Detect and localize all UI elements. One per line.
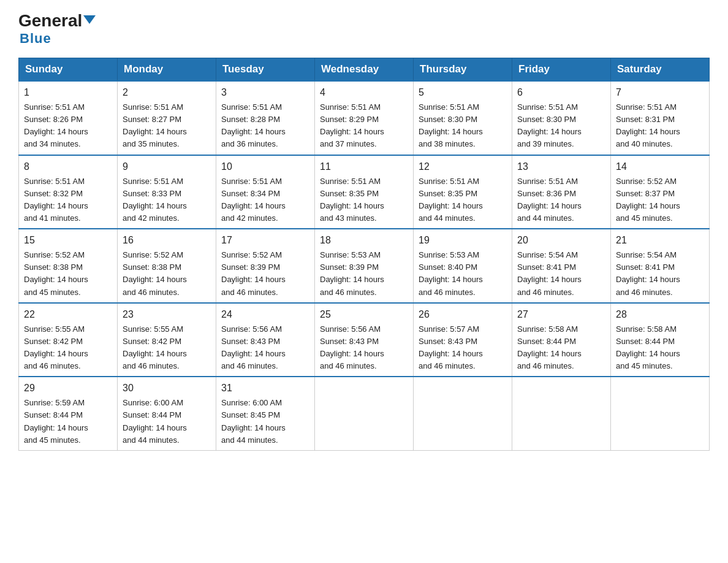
- day-number: 25: [320, 307, 408, 322]
- calendar-cell: 23Sunrise: 5:55 AMSunset: 8:42 PMDayligh…: [118, 303, 216, 377]
- day-number: 18: [320, 233, 408, 248]
- header-friday: Friday: [512, 58, 611, 82]
- calendar-cell: [611, 377, 710, 450]
- day-info: Sunrise: 5:52 AMSunset: 8:39 PMDaylight:…: [221, 249, 309, 299]
- day-info: Sunrise: 5:51 AMSunset: 8:28 PMDaylight:…: [221, 101, 309, 151]
- calendar-cell: 16Sunrise: 5:52 AMSunset: 8:38 PMDayligh…: [118, 229, 216, 303]
- header-sunday: Sunday: [19, 58, 118, 82]
- calendar-cell: 5Sunrise: 5:51 AMSunset: 8:30 PMDaylight…: [414, 81, 512, 155]
- day-number: 10: [221, 159, 309, 174]
- logo-triangle-icon: [83, 15, 96, 24]
- day-number: 15: [24, 233, 112, 248]
- day-info: Sunrise: 5:51 AMSunset: 8:30 PMDaylight:…: [517, 101, 605, 151]
- calendar-cell: 24Sunrise: 5:56 AMSunset: 8:43 PMDayligh…: [216, 303, 315, 377]
- day-info: Sunrise: 5:51 AMSunset: 8:36 PMDaylight:…: [517, 175, 605, 225]
- day-info: Sunrise: 5:53 AMSunset: 8:40 PMDaylight:…: [419, 249, 507, 299]
- week-row-3: 15Sunrise: 5:52 AMSunset: 8:38 PMDayligh…: [19, 229, 710, 303]
- calendar-cell: 4Sunrise: 5:51 AMSunset: 8:29 PMDaylight…: [315, 81, 414, 155]
- day-info: Sunrise: 6:00 AMSunset: 8:44 PMDaylight:…: [123, 397, 211, 446]
- day-number: 5: [419, 85, 507, 100]
- header-thursday: Thursday: [414, 58, 512, 82]
- day-info: Sunrise: 5:51 AMSunset: 8:26 PMDaylight:…: [24, 101, 112, 151]
- calendar-cell: 30Sunrise: 6:00 AMSunset: 8:44 PMDayligh…: [118, 377, 216, 450]
- page-header: General Blue: [18, 12, 710, 47]
- day-number: 26: [419, 307, 507, 322]
- week-row-2: 8Sunrise: 5:51 AMSunset: 8:32 PMDaylight…: [19, 155, 710, 229]
- calendar-cell: [414, 377, 512, 450]
- calendar-cell: 12Sunrise: 5:51 AMSunset: 8:35 PMDayligh…: [414, 155, 512, 229]
- day-info: Sunrise: 5:51 AMSunset: 8:33 PMDaylight:…: [123, 175, 211, 225]
- day-info: Sunrise: 5:51 AMSunset: 8:32 PMDaylight:…: [24, 175, 112, 225]
- logo: General Blue: [18, 12, 96, 47]
- calendar-cell: 9Sunrise: 5:51 AMSunset: 8:33 PMDaylight…: [118, 155, 216, 229]
- day-info: Sunrise: 5:51 AMSunset: 8:29 PMDaylight:…: [320, 101, 408, 151]
- day-number: 9: [123, 159, 211, 174]
- calendar-cell: 27Sunrise: 5:58 AMSunset: 8:44 PMDayligh…: [512, 303, 611, 377]
- calendar-cell: [315, 377, 414, 450]
- calendar-cell: 6Sunrise: 5:51 AMSunset: 8:30 PMDaylight…: [512, 81, 611, 155]
- day-info: Sunrise: 5:52 AMSunset: 8:38 PMDaylight:…: [24, 249, 112, 299]
- day-number: 27: [517, 307, 605, 322]
- day-number: 20: [517, 233, 605, 248]
- day-info: Sunrise: 5:51 AMSunset: 8:31 PMDaylight:…: [616, 101, 704, 151]
- day-info: Sunrise: 5:56 AMSunset: 8:43 PMDaylight:…: [221, 323, 309, 373]
- week-row-5: 29Sunrise: 5:59 AMSunset: 8:44 PMDayligh…: [19, 377, 710, 450]
- day-number: 19: [419, 233, 507, 248]
- day-info: Sunrise: 5:51 AMSunset: 8:35 PMDaylight:…: [320, 175, 408, 225]
- day-number: 21: [616, 233, 704, 248]
- day-info: Sunrise: 5:57 AMSunset: 8:43 PMDaylight:…: [419, 323, 507, 373]
- calendar-cell: 31Sunrise: 6:00 AMSunset: 8:45 PMDayligh…: [216, 377, 315, 450]
- day-number: 11: [320, 159, 408, 174]
- calendar-cell: 15Sunrise: 5:52 AMSunset: 8:38 PMDayligh…: [19, 229, 118, 303]
- day-number: 1: [24, 85, 112, 100]
- calendar-cell: 21Sunrise: 5:54 AMSunset: 8:41 PMDayligh…: [611, 229, 710, 303]
- calendar-cell: 2Sunrise: 5:51 AMSunset: 8:27 PMDaylight…: [118, 81, 216, 155]
- calendar-cell: 14Sunrise: 5:52 AMSunset: 8:37 PMDayligh…: [611, 155, 710, 229]
- calendar-cell: 18Sunrise: 5:53 AMSunset: 8:39 PMDayligh…: [315, 229, 414, 303]
- day-number: 3: [221, 85, 309, 100]
- day-info: Sunrise: 5:58 AMSunset: 8:44 PMDaylight:…: [517, 323, 605, 373]
- day-number: 31: [221, 381, 309, 396]
- week-row-1: 1Sunrise: 5:51 AMSunset: 8:26 PMDaylight…: [19, 81, 710, 155]
- day-number: 4: [320, 85, 408, 100]
- day-info: Sunrise: 5:52 AMSunset: 8:38 PMDaylight:…: [123, 249, 211, 299]
- calendar-cell: 7Sunrise: 5:51 AMSunset: 8:31 PMDaylight…: [611, 81, 710, 155]
- day-number: 2: [123, 85, 211, 100]
- calendar-cell: 19Sunrise: 5:53 AMSunset: 8:40 PMDayligh…: [414, 229, 512, 303]
- calendar-cell: 1Sunrise: 5:51 AMSunset: 8:26 PMDaylight…: [19, 81, 118, 155]
- logo-name: General: [18, 12, 96, 29]
- day-number: 24: [221, 307, 309, 322]
- day-info: Sunrise: 5:51 AMSunset: 8:35 PMDaylight:…: [419, 175, 507, 225]
- day-number: 22: [24, 307, 112, 322]
- day-info: Sunrise: 5:54 AMSunset: 8:41 PMDaylight:…: [517, 249, 605, 299]
- calendar-cell: 17Sunrise: 5:52 AMSunset: 8:39 PMDayligh…: [216, 229, 315, 303]
- day-number: 29: [24, 381, 112, 396]
- header-wednesday: Wednesday: [315, 58, 414, 82]
- header-monday: Monday: [118, 58, 216, 82]
- day-number: 14: [616, 159, 704, 174]
- day-number: 30: [123, 381, 211, 396]
- day-info: Sunrise: 5:52 AMSunset: 8:37 PMDaylight:…: [616, 175, 704, 225]
- calendar-cell: 11Sunrise: 5:51 AMSunset: 8:35 PMDayligh…: [315, 155, 414, 229]
- day-info: Sunrise: 5:53 AMSunset: 8:39 PMDaylight:…: [320, 249, 408, 299]
- day-info: Sunrise: 5:54 AMSunset: 8:41 PMDaylight:…: [616, 249, 704, 299]
- calendar-cell: 29Sunrise: 5:59 AMSunset: 8:44 PMDayligh…: [19, 377, 118, 450]
- calendar-cell: 22Sunrise: 5:55 AMSunset: 8:42 PMDayligh…: [19, 303, 118, 377]
- day-number: 6: [517, 85, 605, 100]
- calendar-cell: 10Sunrise: 5:51 AMSunset: 8:34 PMDayligh…: [216, 155, 315, 229]
- calendar-cell: 25Sunrise: 5:56 AMSunset: 8:43 PMDayligh…: [315, 303, 414, 377]
- calendar-cell: 8Sunrise: 5:51 AMSunset: 8:32 PMDaylight…: [19, 155, 118, 229]
- day-info: Sunrise: 5:51 AMSunset: 8:27 PMDaylight:…: [123, 101, 211, 151]
- day-info: Sunrise: 5:59 AMSunset: 8:44 PMDaylight:…: [24, 397, 112, 446]
- header-tuesday: Tuesday: [216, 58, 315, 82]
- day-number: 28: [616, 307, 704, 322]
- week-row-4: 22Sunrise: 5:55 AMSunset: 8:42 PMDayligh…: [19, 303, 710, 377]
- day-number: 23: [123, 307, 211, 322]
- day-info: Sunrise: 5:58 AMSunset: 8:44 PMDaylight:…: [616, 323, 704, 373]
- calendar-table: SundayMondayTuesdayWednesdayThursdayFrid…: [18, 58, 710, 451]
- day-number: 8: [24, 159, 112, 174]
- day-number: 7: [616, 85, 704, 100]
- calendar-cell: 28Sunrise: 5:58 AMSunset: 8:44 PMDayligh…: [611, 303, 710, 377]
- header-saturday: Saturday: [611, 58, 710, 82]
- calendar-cell: 3Sunrise: 5:51 AMSunset: 8:28 PMDaylight…: [216, 81, 315, 155]
